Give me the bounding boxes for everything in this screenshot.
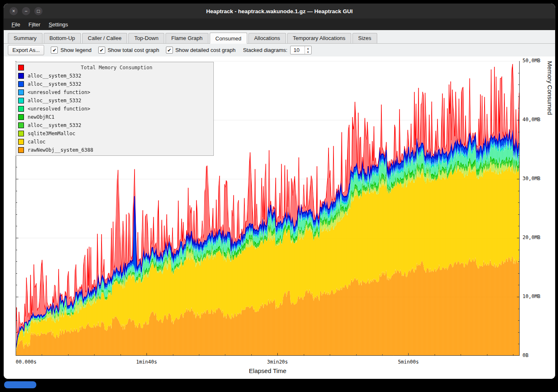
tab-allocations[interactable]: Allocations <box>248 33 286 43</box>
y-tick-label: 30,0MB <box>523 176 540 181</box>
legend-item: newObjRC1 <box>18 113 211 121</box>
menu-settings[interactable]: Settings <box>45 20 72 29</box>
legend-label: calloc <box>28 139 45 145</box>
legend-item: calloc <box>18 138 211 146</box>
legend-swatch <box>18 89 24 95</box>
legend-label: rawNewObj__system_6388 <box>28 147 93 153</box>
checkbox-check-icon: ✔ <box>51 47 58 54</box>
tab-bar: SummaryBottom-UpCaller / CalleeTop-DownF… <box>4 30 555 44</box>
legend-swatch <box>18 114 24 120</box>
y-tick-label: 50,0MB <box>523 58 540 63</box>
legend-title: Total Memory Consumption <box>28 65 206 70</box>
legend-label: alloc__system_5332 <box>28 122 81 128</box>
legend-item: alloc__system_5332 <box>18 80 211 88</box>
checkbox-check-icon: ✔ <box>166 47 173 54</box>
window-title: Heaptrack - heaptrack.wakunode.1.gz — He… <box>4 8 555 14</box>
stacked-diagrams-spinner[interactable]: 10 ▲ ▼ <box>290 46 311 54</box>
legend-label: alloc__system_5332 <box>28 73 81 79</box>
checkbox-label: Show legend <box>60 47 91 53</box>
stacked-diagrams-label: Stacked diagrams: <box>243 47 288 53</box>
stacked-diagrams-value: 10 <box>291 46 304 54</box>
legend-item: rawNewObj__system_6388 <box>18 146 211 154</box>
menu-bar: FileFilterSettings <box>4 19 555 30</box>
y-tick-label: 20,0MB <box>523 235 540 240</box>
legend-item: sqlite3MemMalloc <box>18 129 211 138</box>
stacked-diagrams-control: Stacked diagrams: 10 ▲ ▼ <box>243 46 312 54</box>
legend-swatch <box>18 147 24 153</box>
legend-label: alloc__system_5332 <box>28 81 81 87</box>
tab-top-down[interactable]: Top-Down <box>128 33 164 43</box>
legend-swatch <box>18 131 24 136</box>
legend-swatch <box>18 106 24 112</box>
checkbox-check-icon: ✔ <box>98 47 105 54</box>
x-tick-label: 00.000s <box>16 359 37 365</box>
spin-down-icon[interactable]: ▼ <box>305 50 311 54</box>
menu-file[interactable]: File <box>8 20 24 29</box>
maximize-icon: □ <box>37 9 40 14</box>
title-bar: × − □ Heaptrack - heaptrack.wakunode.1.g… <box>4 4 555 19</box>
maximize-button[interactable]: □ <box>34 7 43 15</box>
tab-consumed[interactable]: Consumed <box>210 33 247 44</box>
checkbox-label: Show detailed cost graph <box>175 47 236 53</box>
legend-swatch <box>18 122 24 128</box>
close-button[interactable]: × <box>9 7 18 15</box>
legend-swatch <box>18 73 24 79</box>
legend-item: alloc__system_5332 <box>18 96 211 105</box>
legend-swatch <box>18 98 24 103</box>
y-tick-label: 40,0MB <box>523 117 540 122</box>
minimize-button[interactable]: − <box>22 7 30 15</box>
legend-item: alloc__system_5332 <box>18 121 211 129</box>
show-total-cost-graph-checkbox[interactable]: ✔Show total cost graph <box>98 47 159 54</box>
legend-label: <unresolved function> <box>28 89 90 95</box>
x-tick-label: 1min40s <box>136 359 157 365</box>
x-tick-label: 5min00s <box>398 359 419 365</box>
window-controls: × − □ <box>9 7 43 15</box>
toolbar: Export As... ✔Show legend✔Show total cos… <box>4 44 555 56</box>
menu-filter[interactable]: Filter <box>25 20 44 29</box>
y-tick-label: 0B <box>523 352 528 358</box>
spin-up-icon[interactable]: ▲ <box>305 47 311 50</box>
legend-swatch <box>18 139 24 145</box>
tab-bottom-up[interactable]: Bottom-Up <box>44 33 81 43</box>
show-legend-checkbox[interactable]: ✔Show legend <box>51 47 91 54</box>
show-detailed-cost-graph-checkbox[interactable]: ✔Show detailed cost graph <box>166 47 236 54</box>
legend-item: <unresolved function> <box>18 88 211 96</box>
legend-label: <unresolved function> <box>28 106 90 112</box>
x-tick-label: 3min20s <box>267 359 288 365</box>
toolbar-checkboxes: ✔Show legend✔Show total cost graph✔Show … <box>51 47 235 54</box>
export-as-button[interactable]: Export As... <box>8 45 44 55</box>
legend-label: newObjRC1 <box>28 114 54 120</box>
legend-label: alloc__system_5332 <box>28 98 81 103</box>
tab-caller-callee[interactable]: Caller / Callee <box>82 33 128 43</box>
tab-summary[interactable]: Summary <box>8 33 43 43</box>
checkbox-label: Show total cost graph <box>108 47 159 53</box>
x-axis-title: Elapsed Time <box>16 367 520 374</box>
minimize-icon: − <box>24 9 27 14</box>
chart-legend: Total Memory Consumption alloc__system_5… <box>16 62 214 156</box>
bottom-accent-bar <box>4 381 36 388</box>
legend-swatch-total <box>18 65 24 70</box>
legend-label: sqlite3MemMalloc <box>28 131 76 136</box>
chart-area: Total Memory Consumption alloc__system_5… <box>4 56 555 379</box>
legend-swatch <box>18 81 24 87</box>
legend-item: alloc__system_5332 <box>18 72 211 80</box>
legend-item: <unresolved function> <box>18 105 211 113</box>
spinner-buttons: ▲ ▼ <box>305 46 311 54</box>
heaptrack-window: × − □ Heaptrack - heaptrack.wakunode.1.g… <box>3 3 556 379</box>
legend-title-row: Total Memory Consumption <box>18 63 211 72</box>
y-tick-label: 10,0MB <box>523 293 540 299</box>
tab-temporary-allocations[interactable]: Temporary Allocations <box>287 33 351 43</box>
tab-sizes[interactable]: Sizes <box>352 33 377 43</box>
tab-flame-graph[interactable]: Flame Graph <box>166 33 208 43</box>
close-icon: × <box>12 9 15 14</box>
y-axis-title: Memory Consumed <box>546 61 553 356</box>
